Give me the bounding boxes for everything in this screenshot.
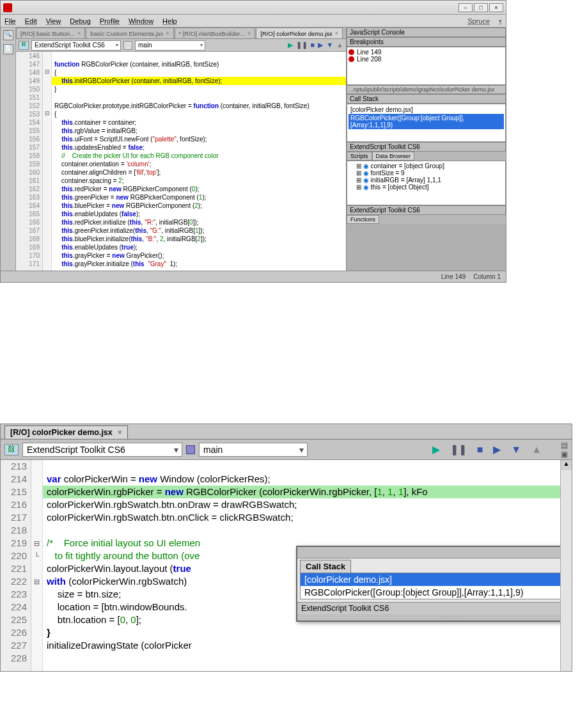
callstack-popup[interactable]: ◄◄ × Call Stack [colorPicker demo.jsx]RG…	[296, 546, 572, 622]
menu-edit[interactable]: Edit	[25, 17, 37, 25]
code-line[interactable]: container.alignChildren = ['fill','top']…	[52, 168, 346, 177]
target-app-dropdown[interactable]: ExtendScript Toolkit CS6	[22, 443, 182, 457]
code-line[interactable]: this.grayPicker = new GrayPicker();	[52, 251, 346, 260]
vertical-scrollbar[interactable]: ▲	[560, 460, 572, 671]
scripts-tab[interactable]: Scripts	[347, 152, 372, 161]
code-line[interactable]: this.grayPicker.initialize (this "Gray" …	[52, 260, 346, 268]
code-line[interactable]: colorPickerWin.rgbPicker = new RGBColorP…	[43, 486, 560, 498]
breakpoints-panel[interactable]: Line 149Line 208	[347, 47, 506, 85]
code-line[interactable]: this.container = container;	[52, 118, 346, 127]
close-tab-icon[interactable]: ×	[335, 30, 338, 36]
js-console-panel-title[interactable]: JavaScript Console	[347, 28, 506, 37]
popup-titlebar[interactable]: ◄◄ ×	[297, 547, 572, 558]
debug-stepover-icon[interactable]: ▶	[493, 443, 501, 455]
data-browser-tabs[interactable]: Scripts Data Browser	[347, 152, 506, 161]
document-tab[interactable]: basic Custom Elements.jsx×	[86, 28, 173, 38]
code-line[interactable]: this.initRGBColorPicker (container, init…	[52, 77, 346, 85]
debug-stepin-icon[interactable]: ▼	[326, 41, 333, 49]
target-engine-dropdown[interactable]: main	[199, 443, 308, 457]
close-button[interactable]: ×	[489, 3, 503, 12]
code-line[interactable]: container.spacing = 2;	[52, 177, 346, 185]
code-line[interactable]: this.bluePicker = new RGBPickerComponent…	[52, 202, 346, 210]
callstack-panel-title[interactable]: Call Stack	[347, 94, 506, 104]
debug-pause-icon[interactable]: ❚❚	[450, 443, 467, 455]
code-line[interactable]: this.uiFont = ScriptUI.newFont ("palette…	[52, 135, 346, 143]
close-tab-icon[interactable]: ×	[166, 30, 169, 36]
variable-item[interactable]: ⊞ ◉ initialRGB = [Array] 1,1,1	[349, 177, 504, 184]
callstack-item[interactable]: [colorPicker demo.jsx]	[301, 573, 572, 586]
code-line[interactable]	[43, 524, 560, 537]
menu-help[interactable]: Help	[162, 17, 177, 25]
code-line[interactable]: container.orientation = 'column';	[52, 160, 346, 168]
code-editor[interactable]: 1461471481491501511521531541551561571581…	[16, 52, 346, 271]
callstack-item[interactable]: [colorPicker demo.jsx]	[349, 106, 504, 114]
document-tool-icon[interactable]: 📄	[3, 44, 13, 54]
menu-debug[interactable]: Debug	[70, 17, 90, 25]
code-line[interactable]: this.rgbValue = initialRGB;	[52, 127, 346, 135]
debug-stepout-icon[interactable]: ▲	[531, 444, 542, 455]
callstack-panel[interactable]: [colorPicker demo.jsx]RGBColorPicker([Gr…	[347, 104, 506, 142]
code-body[interactable]: function RGBColorPicker (container, init…	[52, 52, 346, 271]
titlebar[interactable]: – □ ×	[1, 1, 506, 15]
workspace-label[interactable]: Spruce	[467, 17, 490, 25]
variable-item[interactable]: ⊞ ◉ container = [object Group]	[349, 162, 504, 170]
callstack-list[interactable]: [colorPicker demo.jsx]RGBColorPicker([Gr…	[300, 573, 572, 599]
target-status-icon[interactable]	[123, 41, 132, 50]
chevron-down-icon[interactable]: ▾	[499, 18, 502, 24]
code-line[interactable]: }	[43, 626, 560, 639]
debug-run-icon[interactable]: ▶	[432, 443, 440, 455]
target-engine-dropdown[interactable]: main	[135, 40, 205, 51]
breakpoints-panel-title[interactable]: Breakpoints	[347, 37, 506, 47]
code-body[interactable]: var colorPickerWin = new Window (colorPi…	[43, 460, 560, 671]
link-icon[interactable]: ⛓	[4, 444, 19, 455]
callstack-tab[interactable]: Call Stack	[300, 560, 351, 573]
breakpoint-item[interactable]: Line 208	[349, 56, 504, 63]
code-line[interactable]: this.bluePicker.initialize(this, "B:", 2…	[52, 235, 346, 243]
callstack-item[interactable]: RGBColorPicker([Group:[object Group]],[A…	[301, 586, 572, 599]
fold-gutter[interactable]: ⊟└⊟	[31, 460, 43, 671]
panel-menu-icon[interactable]: ▤▣	[561, 441, 568, 459]
close-tab-icon[interactable]: ×	[247, 30, 251, 36]
code-line[interactable]: function RGBColorPicker (container, init…	[52, 60, 346, 68]
code-line[interactable]	[43, 652, 560, 665]
debug-stop-icon[interactable]: ■	[477, 444, 483, 455]
code-line[interactable]: RGBColorPicker.prototype.initRGBColorPic…	[52, 102, 346, 110]
data-browser-panel[interactable]: ⊞ ◉ container = [object Group]⊞ ◉ fontSi…	[347, 161, 506, 205]
debug-stepin-icon[interactable]: ▼	[511, 444, 521, 455]
callstack-item[interactable]: RGBColorPicker([Group:[object Group]],[A…	[349, 114, 504, 129]
code-editor[interactable]: 2132142152162172182192202212222232242252…	[1, 460, 572, 671]
code-line[interactable]	[52, 93, 346, 102]
code-line[interactable]: colorPickerWin.rgbSwatch.btn.onDraw = dr…	[43, 498, 560, 511]
code-line[interactable]: this.greenPicker.initialize(this, "G:", …	[52, 226, 346, 235]
debug-stepout-icon[interactable]: ▲	[336, 41, 343, 49]
code-line[interactable]: this.enableUpdates (false);	[52, 210, 346, 218]
code-line[interactable]: }	[52, 85, 346, 93]
menu-profile[interactable]: Profile	[100, 17, 120, 25]
code-line[interactable]: initializeDrawingState (colorPicker	[43, 639, 560, 652]
find-tool-icon[interactable]: 🔍	[3, 30, 13, 40]
variable-item[interactable]: ⊞ ◉ fontSize = 9	[349, 170, 504, 177]
code-line[interactable]	[52, 52, 346, 60]
code-line[interactable]	[43, 460, 560, 473]
code-line[interactable]: this.redPicker.initialize (this, "R:", i…	[52, 218, 346, 226]
close-tab-icon[interactable]: ×	[118, 428, 122, 437]
code-line[interactable]: this.redPicker = new RGBPickerComponent …	[52, 185, 346, 193]
maximize-button[interactable]: □	[474, 3, 488, 12]
breakpoint-item[interactable]: Line 149	[349, 49, 504, 56]
debug-stepover-icon[interactable]: ▶	[318, 41, 323, 49]
code-line[interactable]: var colorPickerWin = new Window (colorPi…	[43, 473, 560, 486]
minimize-button[interactable]: –	[459, 3, 473, 12]
code-line[interactable]: this.greenPicker = new RGBPickerComponen…	[52, 193, 346, 202]
code-line[interactable]: colorPickerWin.rgbSwatch.btn.onClick = c…	[43, 511, 560, 524]
close-tab-icon[interactable]: ×	[77, 30, 81, 36]
code-line[interactable]: this.updatesEnabled = false;	[52, 143, 346, 152]
active-document-tab[interactable]: [R/O] colorPicker demo.jsx ×	[4, 425, 128, 439]
fold-gutter[interactable]: ⊟⊟	[43, 52, 52, 271]
document-tab[interactable]: * [R/O] AlertBoxBuilder...×	[175, 28, 256, 38]
document-tab[interactable]: [R/O] colorPicker demo.jsx×	[256, 28, 343, 38]
code-line[interactable]: {	[52, 110, 346, 118]
menu-view[interactable]: View	[46, 17, 61, 25]
debug-pause-icon[interactable]: ❚❚	[296, 41, 308, 49]
code-line[interactable]: {	[52, 68, 346, 77]
target-app-dropdown[interactable]: ExtendScript Toolkit CS6	[31, 40, 121, 51]
